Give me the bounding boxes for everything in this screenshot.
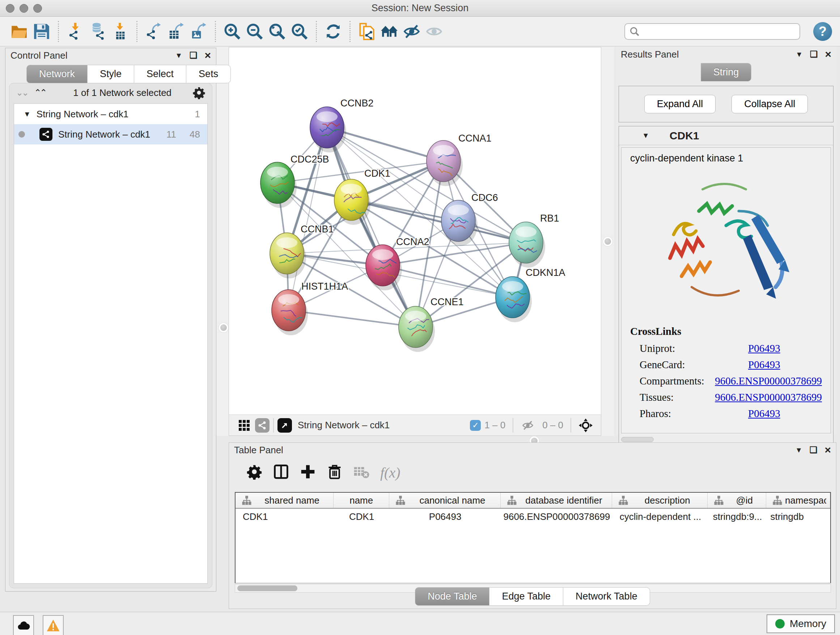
column-header-description[interactable]: description: [612, 493, 707, 508]
show-columns-button[interactable]: [273, 464, 289, 481]
collection-count: 1: [195, 109, 200, 120]
tab-style[interactable]: Style: [88, 65, 134, 83]
cloud-status-button[interactable]: [13, 615, 34, 635]
memory-button[interactable]: Memory: [767, 614, 835, 633]
tab-network[interactable]: Network: [27, 65, 88, 83]
warnings-button[interactable]: [43, 615, 64, 635]
expand-all-networks-icon[interactable]: ⌃⌃: [34, 88, 46, 98]
network-node-RB1[interactable]: [509, 222, 545, 268]
collection-expander-icon[interactable]: ▼: [24, 110, 31, 119]
network-node-CCNE1[interactable]: [399, 306, 435, 352]
column-header-database-identifier[interactable]: database identifier: [501, 493, 612, 508]
import-network-database-button[interactable]: [87, 20, 109, 43]
network-row-selected[interactable]: String Network – cdk1 11 48: [14, 124, 207, 144]
network-canvas[interactable]: CCNB2CCNA1CDC25BCDK1CDC6RB1CCNB1CCNA2CDK…: [229, 48, 601, 415]
control-panel-menu-button[interactable]: ▼: [175, 51, 182, 60]
network-node-CCNB2[interactable]: [310, 107, 346, 152]
crosslink-link[interactable]: P06493: [748, 359, 780, 371]
left-splitter[interactable]: [216, 47, 229, 436]
control-panel-close-button[interactable]: ×: [204, 49, 211, 62]
table-panel-close-button[interactable]: ×: [824, 444, 831, 456]
collapse-all-networks-icon[interactable]: ⌄⌄: [16, 88, 27, 98]
results-panel-float-button[interactable]: ❑: [810, 49, 818, 59]
network-node-CCNA1[interactable]: [426, 141, 463, 186]
delete-table-button[interactable]: [354, 464, 369, 481]
show-graphics-details-button[interactable]: [423, 20, 445, 43]
protein-expander-icon[interactable]: ▼: [642, 131, 649, 140]
crosslink-link[interactable]: 9606.ENSP00000378699: [715, 375, 822, 387]
column-header-canonical-name[interactable]: canonical name: [389, 493, 501, 508]
network-node-CDC25B[interactable]: [261, 162, 297, 208]
search-input[interactable]: [639, 27, 795, 36]
network-node-CCNB1[interactable]: [270, 233, 306, 279]
column-header-namespace[interactable]: namespace: [766, 493, 830, 508]
network-node-CCNA2[interactable]: [366, 245, 402, 290]
column-header-name[interactable]: name: [333, 493, 389, 508]
network-edge-CCNB2-CCNE1[interactable]: [327, 127, 416, 327]
results-scrollbar[interactable]: [621, 437, 654, 442]
crosslink-link[interactable]: P06493: [748, 408, 780, 420]
hide-graphics-details-button[interactable]: [401, 20, 423, 43]
crosslink-link[interactable]: 9606.ENSP00000378699: [715, 391, 822, 403]
zoom-out-button[interactable]: [243, 20, 266, 43]
tab-node-table[interactable]: Node Table: [415, 587, 489, 606]
open-session-button[interactable]: [8, 20, 30, 43]
selected-count: 1 – 0: [485, 420, 505, 431]
birds-eye-view-button[interactable]: [578, 417, 594, 433]
zoom-fit-button[interactable]: [266, 20, 288, 43]
detach-view-button[interactable]: [278, 418, 292, 432]
zoom-in-button[interactable]: [221, 20, 243, 43]
export-network-button[interactable]: [142, 20, 165, 43]
tab-network-table[interactable]: Network Table: [563, 587, 650, 606]
tab-select[interactable]: Select: [134, 65, 186, 83]
network-collection-row[interactable]: ▼ String Network – cdk1 1: [14, 104, 207, 124]
table-row[interactable]: CDK1CDK1P064939606.ENSP00000378699cyclin…: [235, 509, 830, 524]
control-panel-float-button[interactable]: ❑: [189, 50, 197, 60]
table-options-gear-button[interactable]: [246, 464, 262, 481]
save-session-button[interactable]: [30, 20, 53, 43]
table-cell[interactable]: CDK1: [235, 509, 334, 524]
network-options-gear-icon[interactable]: [193, 86, 205, 99]
import-table-file-button[interactable]: [109, 20, 131, 43]
network-node-HIST1H1A[interactable]: [272, 290, 308, 335]
table-cell[interactable]: stringdb: [767, 509, 830, 524]
clone-network-button[interactable]: [355, 20, 378, 43]
refresh-view-button[interactable]: [322, 20, 344, 43]
left-splitter-handle[interactable]: [219, 323, 228, 333]
selected-items-checkbox[interactable]: ✓: [470, 420, 481, 431]
right-splitter-handle[interactable]: [603, 237, 613, 246]
function-builder-button[interactable]: f(x): [380, 464, 401, 481]
network-node-CDK1[interactable]: [334, 179, 370, 225]
table-cell[interactable]: P06493: [389, 509, 501, 524]
table-cell[interactable]: cyclin-dependent ...: [613, 509, 708, 524]
table-panel-float-button[interactable]: ❑: [810, 445, 818, 455]
column-header-shared-name[interactable]: shared name: [235, 493, 333, 508]
help-button[interactable]: ?: [813, 22, 832, 41]
home-button[interactable]: [378, 20, 401, 43]
column-header-id[interactable]: @id: [707, 493, 766, 508]
export-image-button[interactable]: [187, 20, 210, 43]
import-network-file-button[interactable]: [64, 20, 87, 43]
protein-section-header[interactable]: ▼ CDK1: [619, 126, 833, 145]
delete-column-button[interactable]: [327, 464, 343, 481]
network-node-CDC6[interactable]: [441, 200, 477, 246]
network-node-CDKN1A[interactable]: [496, 277, 532, 322]
table-cell[interactable]: 9606.ENSP00000378699: [501, 509, 613, 524]
results-panel-close-button[interactable]: ×: [825, 48, 831, 60]
network-edge-CDK1-RB1[interactable]: [351, 200, 526, 242]
add-column-button[interactable]: [300, 464, 316, 481]
results-panel-menu-button[interactable]: ▼: [796, 50, 803, 59]
table-cell[interactable]: CDK1: [334, 509, 390, 524]
tab-sets[interactable]: Sets: [186, 65, 231, 83]
tab-string[interactable]: String: [701, 63, 752, 81]
collapse-all-button[interactable]: Collapse All: [731, 95, 808, 113]
table-cell[interactable]: stringdb:9...: [708, 509, 767, 524]
zoom-selected-button[interactable]: [288, 20, 311, 43]
grid-view-button[interactable]: [236, 417, 252, 433]
tab-edge-table[interactable]: Edge Table: [489, 587, 563, 606]
expand-all-button[interactable]: Expand All: [644, 95, 716, 113]
search-box[interactable]: [624, 23, 800, 40]
export-table-button[interactable]: [165, 20, 187, 43]
table-panel-menu-button[interactable]: ▼: [795, 446, 802, 454]
crosslink-link[interactable]: P06493: [748, 342, 780, 355]
